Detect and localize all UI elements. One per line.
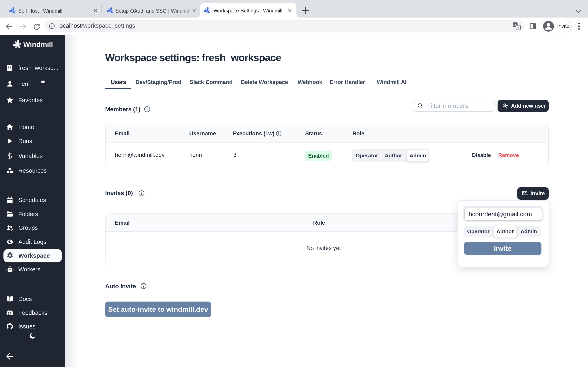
- svg-text:G: G: [513, 23, 516, 27]
- svg-text:文: 文: [517, 26, 520, 29]
